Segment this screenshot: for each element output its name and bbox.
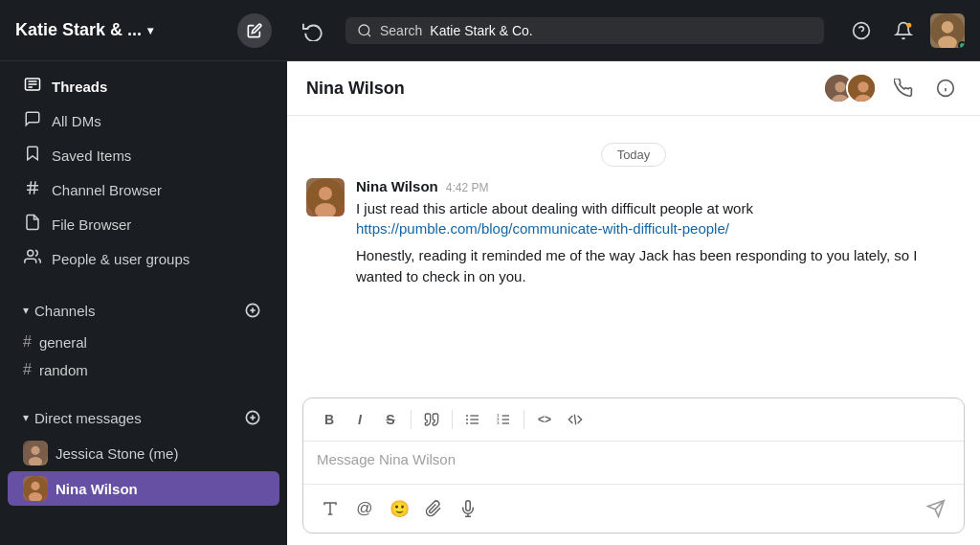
editor-footer-left: @ 🙂 [315,493,483,524]
message-row: Nina Wilson 4:42 PM I just read this art… [306,178,961,288]
dm-section-label: Direct messages [34,410,142,426]
svg-point-30 [835,81,845,92]
message-editor: B I S 1 [302,397,965,534]
messages-area: Today Nina Wilson 4:42 PM I just read th… [287,116,980,397]
svg-point-8 [28,250,33,256]
dm-item-jessica[interactable]: Jessica Stone (me) [8,436,279,470]
nina-message-avatar [306,178,345,216]
sidebar-item-threads[interactable]: Threads [8,70,279,103]
svg-point-45 [466,415,468,417]
help-button[interactable] [846,15,877,46]
toolbar-divider-3 [523,410,524,429]
channels-section: ▾ Channels # general # random [0,284,287,392]
chat-actions [823,73,961,103]
svg-point-38 [946,84,947,85]
user-avatar[interactable] [930,13,965,48]
svg-point-40 [319,187,332,200]
ordered-list-button[interactable]: 1 2 3 [489,406,518,433]
activity-button[interactable] [888,15,919,46]
sidebar-item-all-dms[interactable]: All DMs [8,104,279,138]
hash-icon: # [23,333,32,351]
add-channel-button[interactable] [241,299,264,322]
workspace-name[interactable]: Katie Stark & ... ▾ [15,20,153,40]
code-block-button[interactable] [561,406,590,433]
sidebar-item-file-browser[interactable]: File Browser [8,208,279,241]
sidebar-item-channel-browser[interactable]: Channel Browser [8,173,279,207]
date-divider: Today [306,143,961,167]
editor-footer: @ 🙂 [303,484,964,533]
call-button[interactable] [888,73,919,103]
channels-section-header[interactable]: ▾ Channels [8,293,279,328]
dm-chevron-icon: ▾ [23,411,29,424]
mention-button[interactable]: @ [349,493,380,524]
nina-avatar-sm [23,476,48,501]
chat-recipient-name: Nina Wilson [306,79,405,99]
audio-button[interactable] [453,493,483,524]
search-brand: Katie Stark & Co. [430,23,532,38]
channel-general-label: general [39,334,87,351]
strikethrough-button[interactable]: S [376,406,405,433]
history-button[interactable] [302,20,323,41]
emoji-button[interactable]: 🙂 [384,493,414,524]
svg-text:3: 3 [497,420,500,425]
message-text-1: I just read this article about dealing w… [356,198,961,220]
message-link[interactable]: https://pumble.com/blog/communicate-with… [356,220,729,237]
nina-label: Nina Wilson [56,481,138,497]
threads-label: Threads [52,79,107,95]
send-button[interactable] [920,492,952,525]
dm-item-nina[interactable]: Nina Wilson [8,471,279,506]
add-dm-button[interactable] [241,406,264,429]
channels-chevron-icon: ▾ [23,304,29,317]
svg-line-6 [30,181,32,194]
participant-avatar-nina [846,73,877,103]
svg-line-54 [574,415,575,425]
svg-point-33 [858,81,868,92]
sidebar-header: Katie Stark & ... ▾ [0,0,287,61]
participants-avatars[interactable] [823,73,877,103]
direct-messages-section: ▾ Direct messages Jessica Stone (me) [0,392,287,514]
svg-point-19 [31,482,39,490]
bold-button[interactable]: B [315,406,344,433]
message-input[interactable]: Message Nina Wilson [303,442,964,484]
italic-button[interactable]: I [345,406,374,433]
svg-line-22 [368,34,370,36]
people-groups-icon [23,248,42,270]
text-format-button[interactable] [315,493,345,524]
message-sender: Nina Wilson [356,178,438,194]
attach-button[interactable] [418,493,449,524]
channel-browser-icon [23,179,42,201]
sidebar-item-saved-items[interactable]: Saved Items [8,139,279,172]
user-online-indicator [958,41,965,48]
people-groups-label: People & user groups [52,251,189,267]
channel-item-random[interactable]: # random [8,356,279,383]
unordered-list-button[interactable] [458,406,487,433]
compose-button[interactable] [237,13,272,48]
sidebar: Katie Stark & ... ▾ Threads [0,0,287,545]
svg-point-21 [359,25,369,35]
channels-section-label: Channels [34,303,95,319]
quote-button[interactable] [417,406,446,433]
svg-line-7 [34,181,36,194]
workspace-label: Katie Stark & ... [15,20,142,40]
svg-point-25 [906,22,911,27]
svg-point-47 [466,422,468,424]
topbar-actions [846,13,965,48]
search-icon [357,23,372,38]
hash-icon-2: # [23,361,32,378]
message-header: Nina Wilson 4:42 PM [356,178,961,194]
message-time: 4:42 PM [446,181,489,194]
sidebar-item-people-groups[interactable]: People & user groups [8,242,279,276]
channel-browser-label: Channel Browser [52,182,162,198]
info-button[interactable] [930,73,961,103]
dm-section-header[interactable]: ▾ Direct messages [8,400,279,435]
search-bar[interactable]: Search Katie Stark & Co. [345,17,824,44]
saved-items-label: Saved Items [52,148,131,164]
channel-item-general[interactable]: # general [8,329,279,355]
workspace-chevron-icon: ▾ [147,24,153,37]
code-button[interactable]: <> [530,406,559,433]
svg-point-46 [466,419,468,420]
saved-items-icon [23,145,42,167]
channel-random-label: random [39,362,88,378]
svg-point-27 [942,21,954,34]
svg-point-16 [31,446,39,455]
